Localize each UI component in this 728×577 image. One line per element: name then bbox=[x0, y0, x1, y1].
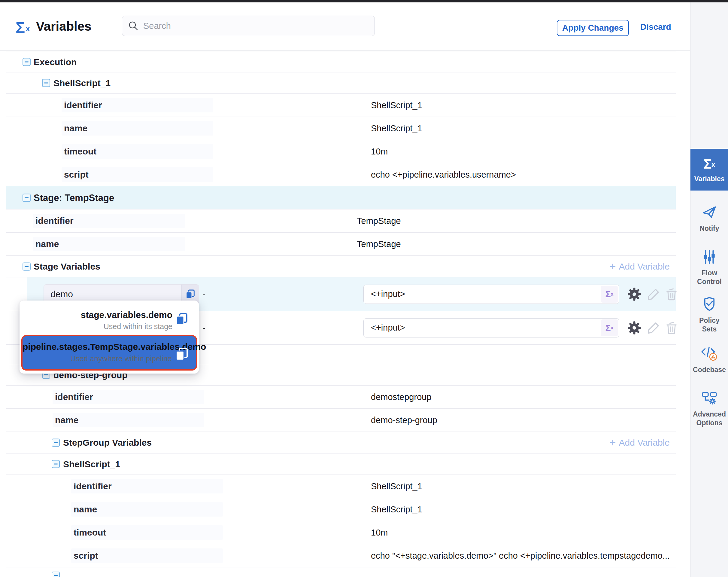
property-value: 10m bbox=[371, 147, 388, 156]
property-key-pill: name bbox=[61, 121, 213, 135]
property-value: TempStage bbox=[357, 216, 401, 226]
runtime-input-sigma-icon[interactable]: Σx bbox=[601, 286, 618, 303]
variables-panel: Σx Variables Apply Changes Discard Execu… bbox=[0, 0, 728, 577]
property-key: identifier bbox=[64, 100, 102, 110]
code-warning-icon bbox=[701, 345, 718, 362]
property-row: scriptecho <+pipeline.variables.username… bbox=[6, 163, 676, 186]
apply-changes-button[interactable]: Apply Changes bbox=[557, 20, 629, 36]
property-value: demostepgroup bbox=[371, 392, 432, 402]
collapse-minus-icon[interactable] bbox=[52, 438, 60, 447]
tree-node-label: Stage: TempStage bbox=[34, 186, 114, 209]
sidebar-item-label: Policy Sets bbox=[693, 316, 726, 333]
property-row: nameShellScript_1 bbox=[6, 498, 676, 521]
collapse-minus-icon[interactable] bbox=[23, 194, 31, 202]
property-key-pill: identifier bbox=[33, 214, 185, 228]
add-variable-label: Add Variable bbox=[619, 261, 670, 272]
sidebar-item-label: Variables bbox=[694, 175, 724, 183]
sidebar-item-codebase[interactable]: Codebase bbox=[691, 345, 728, 374]
edit-pencil-icon[interactable] bbox=[646, 287, 661, 301]
sidebar-item-policy-sets[interactable]: Policy Sets bbox=[691, 296, 728, 333]
tree-node-label: ShellScript_1 bbox=[63, 453, 120, 475]
tree-node-label: Stage Variables bbox=[34, 256, 100, 277]
search-input[interactable] bbox=[143, 21, 368, 31]
property-row: namedemo-step-group bbox=[6, 409, 676, 432]
property-row: nameShellScript_1 bbox=[6, 117, 676, 140]
variable-value-input[interactable]: <+input>Σx bbox=[363, 284, 619, 304]
property-key: identifier bbox=[74, 481, 112, 491]
sigma-x-icon: Σx bbox=[704, 165, 716, 170]
property-value: ShellScript_1 bbox=[371, 124, 422, 133]
property-key: script bbox=[74, 551, 98, 561]
property-key: script bbox=[64, 170, 88, 180]
collapse-minus-icon[interactable] bbox=[23, 58, 31, 66]
discard-button[interactable]: Discard bbox=[640, 22, 671, 32]
page-title: Variables bbox=[36, 19, 91, 34]
property-key-pill: timeout bbox=[71, 525, 223, 540]
property-key: name bbox=[55, 415, 78, 425]
property-key-pill: name bbox=[71, 502, 223, 517]
tree-node-label: StepGroup Variables bbox=[63, 432, 152, 453]
property-row: identifierShellScript_1 bbox=[6, 475, 676, 498]
property-row: scriptecho "<+stage.variables.demo>" ech… bbox=[6, 544, 676, 568]
property-row: identifierdemostepgroup bbox=[6, 385, 676, 409]
tree-node-label: ShellScript_1 bbox=[53, 72, 110, 94]
right-sidebar: ΣxVariablesNotifyFlow ControlPolicy Sets… bbox=[690, 2, 728, 577]
property-key: timeout bbox=[74, 527, 106, 537]
property-key-pill: name bbox=[33, 237, 185, 251]
settings-gear-icon[interactable] bbox=[627, 321, 642, 335]
clipped-tree-row bbox=[6, 568, 676, 576]
collapse-minus-icon[interactable] bbox=[52, 460, 60, 468]
property-key-pill: identifier bbox=[53, 390, 204, 404]
tree-group-row: ShellScript_1 bbox=[6, 453, 676, 475]
expression-option-stage-scope[interactable]: stage.variables.demo Used within its sta… bbox=[22, 309, 197, 332]
settings-gear-icon[interactable] bbox=[627, 287, 642, 301]
variable-value-text: <+input> bbox=[364, 323, 601, 333]
copy-icon[interactable] bbox=[174, 346, 190, 364]
variable-type-dash: - bbox=[202, 289, 205, 299]
property-value: ShellScript_1 bbox=[371, 505, 422, 515]
delete-trash-icon[interactable] bbox=[664, 287, 679, 301]
sidebar-item-notify[interactable]: Notify bbox=[691, 204, 728, 233]
sidebar-item-flow-control[interactable]: Flow Control bbox=[691, 249, 728, 286]
property-key: identifier bbox=[35, 216, 74, 226]
edit-pencil-icon[interactable] bbox=[646, 321, 661, 335]
copy-icon[interactable] bbox=[174, 311, 190, 328]
add-variable-label: Add Variable bbox=[619, 437, 670, 448]
property-value: 10m bbox=[371, 528, 388, 537]
property-key-pill: name bbox=[53, 413, 204, 427]
property-row: timeout10m bbox=[6, 140, 676, 163]
expression-popup: stage.variables.demo Used within its sta… bbox=[20, 301, 199, 374]
sidebar-item-variables[interactable]: ΣxVariables bbox=[691, 149, 728, 191]
property-key: name bbox=[74, 504, 97, 515]
window-top-bar bbox=[0, 0, 728, 2]
sidebar-item-label: Advanced Options bbox=[693, 410, 726, 427]
property-key-pill: script bbox=[71, 548, 223, 563]
property-key: name bbox=[35, 239, 59, 249]
expression-scope-text: Used within its stage bbox=[22, 321, 173, 332]
expression-text: pipeline.stages.TempStage.variables.demo bbox=[23, 341, 172, 353]
tree-group-row: ShellScript_1 bbox=[6, 72, 676, 94]
runtime-input-sigma-icon[interactable]: Σx bbox=[601, 320, 618, 336]
tree-node-label: Execution bbox=[34, 51, 77, 73]
delete-trash-icon[interactable] bbox=[664, 321, 679, 335]
variable-value-input[interactable]: <+input>Σx bbox=[363, 318, 619, 337]
variable-name-text: demo bbox=[44, 289, 181, 299]
variables-sigma-icon: Σx bbox=[16, 19, 34, 36]
sliders-icon bbox=[702, 249, 717, 266]
property-value: echo <+pipeline.variables.username> bbox=[371, 170, 516, 180]
collapse-minus-icon[interactable] bbox=[42, 79, 50, 87]
property-key: name bbox=[64, 123, 87, 133]
collapse-minus-icon[interactable] bbox=[52, 572, 60, 577]
tree-group-row: StepGroup Variables+Add Variable bbox=[6, 432, 676, 453]
property-value: ShellScript_1 bbox=[371, 100, 422, 110]
property-row: timeout10m bbox=[6, 521, 676, 544]
add-variable-button[interactable]: +Add Variable bbox=[609, 436, 670, 449]
sidebar-item-advanced-options[interactable]: Advanced Options bbox=[691, 391, 728, 427]
add-variable-button[interactable]: +Add Variable bbox=[609, 260, 670, 273]
expression-option-pipeline-scope[interactable]: pipeline.stages.TempStage.variables.demo… bbox=[21, 335, 197, 371]
property-value: ShellScript_1 bbox=[371, 481, 422, 491]
property-key-pill: timeout bbox=[61, 144, 213, 159]
collapse-minus-icon[interactable] bbox=[23, 262, 31, 271]
search-box[interactable] bbox=[122, 16, 375, 36]
property-row: nameTempStage bbox=[6, 233, 676, 256]
